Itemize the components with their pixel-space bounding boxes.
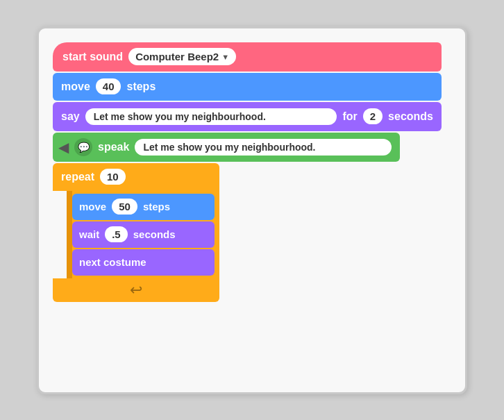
block-say[interactable]: say Let me show you my neighbourhood. fo… <box>53 102 442 131</box>
speak-label: speak <box>98 141 129 153</box>
say-text-value[interactable]: Let me show you my neighbourhood. <box>85 108 337 125</box>
say-label: say <box>61 110 80 123</box>
speak-text-value[interactable]: Let me show you my neighbourhood. <box>135 139 392 156</box>
repeat-body: move 50 steps wait .5 seconds next costu… <box>67 191 219 278</box>
sound-value: Computer Beep2 <box>135 51 219 62</box>
dropdown-arrow-icon: ▼ <box>221 53 229 61</box>
steps-label-1: steps <box>126 81 156 93</box>
speaker-arrow-icon: ◀ <box>58 139 69 156</box>
wait-value[interactable]: .5 <box>105 226 128 242</box>
block-repeat: repeat 10 move 50 steps wait .5 seconds <box>53 163 442 302</box>
repeat-footer: ↩ <box>53 278 219 302</box>
block-start-sound[interactable]: start sound Computer Beep2 ▼ <box>53 42 442 72</box>
inner-move-value[interactable]: 50 <box>112 199 137 215</box>
code-editor-frame: start sound Computer Beep2 ▼ move 40 ste… <box>37 26 467 394</box>
for-label: for <box>342 110 357 123</box>
block-inner-move[interactable]: move 50 steps <box>72 194 215 220</box>
blocks-container: start sound Computer Beep2 ▼ move 40 ste… <box>53 42 442 302</box>
block-move-1[interactable]: move 40 steps <box>53 73 442 101</box>
say-seconds-label: seconds <box>388 110 433 123</box>
block-next-costume[interactable]: next costume <box>72 249 215 276</box>
inner-move-steps: steps <box>143 201 170 212</box>
repeat-header[interactable]: repeat 10 <box>53 163 219 191</box>
inner-move-label: move <box>79 201 106 212</box>
repeat-label: repeat <box>61 171 94 183</box>
speak-bubble-icon: 💬 <box>74 138 92 156</box>
wait-seconds: seconds <box>133 228 176 240</box>
start-sound-dropdown[interactable]: Computer Beep2 ▼ <box>128 48 236 65</box>
block-inner-wait[interactable]: wait .5 seconds <box>72 221 215 248</box>
block-speak[interactable]: ◀ 💬 speak Let me show you my neighbourho… <box>53 133 400 162</box>
repeat-value[interactable]: 10 <box>100 169 126 185</box>
costume-label: next costume <box>79 256 146 268</box>
loop-arrow-icon: ↩ <box>130 281 142 299</box>
wait-label: wait <box>79 228 99 240</box>
say-duration-value[interactable]: 2 <box>363 108 383 124</box>
move-steps-value-1[interactable]: 40 <box>96 78 121 94</box>
move-label-1: move <box>61 81 90 93</box>
start-sound-label: start sound <box>62 51 123 63</box>
